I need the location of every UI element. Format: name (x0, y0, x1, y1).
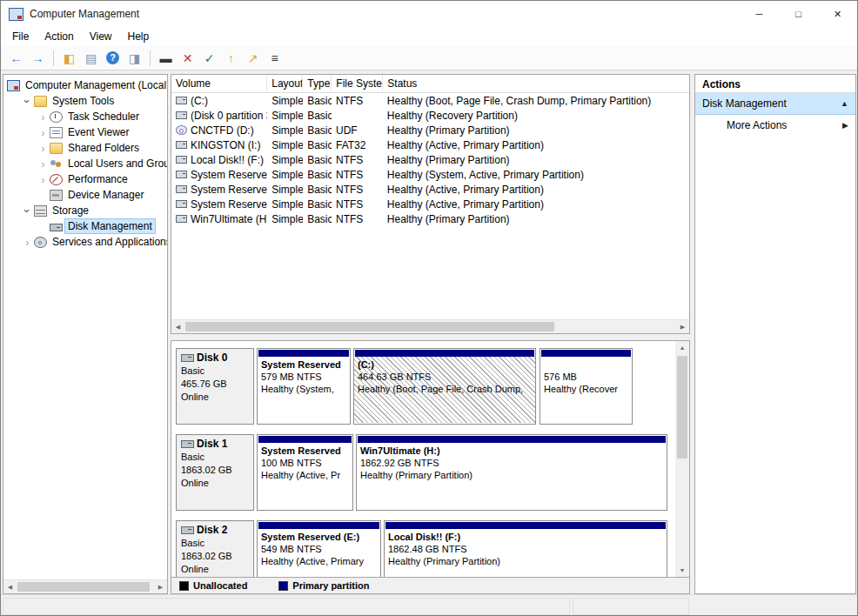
tree-item-task-scheduler[interactable]: Task Scheduler (3, 109, 167, 124)
volume-row[interactable]: System Reserved Simple Basic NTFS Health… (171, 167, 689, 182)
column-header-status[interactable]: Status (383, 75, 689, 92)
status-bar (1, 594, 857, 616)
scroll-right-icon[interactable]: ▶ (154, 580, 167, 593)
chevron-right-icon[interactable] (37, 174, 49, 185)
disk-state: Online (181, 477, 249, 490)
delete-volume-button[interactable]: ✕ (178, 49, 198, 68)
chevron-right-icon[interactable] (37, 158, 49, 170)
tree-item-system-tools[interactable]: System Tools (3, 93, 167, 109)
partition-size: 549 MB NTFS (261, 543, 377, 555)
partition-system-reserved-disk0[interactable]: System Reserved 579 MB NTFS Healthy (Sys… (257, 348, 351, 425)
disk-type: Basic (181, 451, 249, 464)
show-console-tree-icon: ◧ (64, 52, 75, 64)
scroll-down-icon[interactable]: ▼ (675, 564, 689, 577)
chevron-right-icon[interactable] (37, 143, 49, 154)
chevron-right-icon[interactable] (37, 127, 49, 138)
tree-item-shared-folders[interactable]: Shared Folders (3, 140, 167, 156)
show-action-pane-button[interactable]: ◨ (124, 49, 144, 68)
back-button[interactable]: ← (6, 49, 26, 68)
volume-row[interactable]: System Reserved (G:) Simple Basic NTFS H… (171, 197, 689, 211)
chevron-right-icon[interactable] (37, 111, 49, 123)
tree-item-device-manager[interactable]: Device Manager (3, 187, 167, 203)
volume-name: Win7Ultimate (H:) (191, 213, 267, 225)
partition-c-disk0[interactable]: (C:) 464.63 GB NTFS Healthy (Boot, Page … (353, 348, 536, 425)
scroll-right-icon[interactable]: ▶ (676, 320, 689, 333)
menu-help[interactable]: Help (120, 28, 158, 45)
chevron-down-icon[interactable] (22, 205, 33, 217)
chevron-right-icon[interactable] (22, 237, 33, 248)
tree-item-services-applications[interactable]: Services and Applications (3, 234, 167, 250)
tree-item-computer-management[interactable]: Computer Management (Local (3, 77, 167, 93)
partition-win7ultimate-disk1[interactable]: Win7Ultimate (H:) 1862.92 GB NTFS Health… (356, 434, 667, 511)
callout-button[interactable]: ▬ (156, 49, 176, 68)
partition-recovery-disk0[interactable]: 576 MB Healthy (Recover (540, 348, 633, 425)
disk-info-1[interactable]: Disk 1 Basic 1863.02 GB Online (176, 434, 254, 511)
column-header-volume[interactable]: Volume (171, 75, 267, 92)
volume-name: System Reserved (E:) (191, 184, 267, 196)
chevron-placeholder (37, 221, 49, 232)
partition-color-bar (258, 522, 379, 529)
chevron-down-icon[interactable] (22, 96, 33, 107)
scrollbar-thumb[interactable] (17, 582, 150, 592)
minimize-button[interactable]: ─ (740, 1, 779, 27)
event-log-icon (50, 127, 63, 138)
menu-view[interactable]: View (82, 28, 120, 45)
tree-item-local-users-groups[interactable]: Local Users and Groups (3, 156, 167, 171)
disk-panel-vertical-scrollbar[interactable]: ▲ ▼ (675, 341, 689, 577)
tree-item-event-viewer[interactable]: Event Viewer (3, 124, 167, 140)
mark-active-button[interactable]: ✓ (199, 49, 219, 68)
column-header-file-system[interactable]: File System (332, 75, 383, 92)
volume-list-horizontal-scrollbar[interactable]: ◀ ▶ (171, 319, 689, 333)
volume-icon (176, 185, 187, 193)
export-list-button[interactable]: ▤ (81, 49, 101, 68)
scroll-left-icon[interactable]: ◀ (3, 580, 17, 593)
maximize-icon: □ (795, 9, 801, 19)
volume-row[interactable]: (C:) Simple Basic NTFS Healthy (Boot, Pa… (171, 93, 689, 108)
help-button[interactable]: ? (103, 49, 123, 68)
tree-label: Event Viewer (65, 125, 131, 139)
column-header-type[interactable]: Type (303, 75, 332, 92)
volume-row[interactable]: System Reserved (E:) Simple Basic NTFS H… (171, 182, 689, 197)
tree-item-disk-management[interactable]: Disk Management (3, 218, 167, 234)
show-console-tree-button[interactable]: ◧ (59, 49, 79, 68)
partition-system-reserved-disk1[interactable]: System Reserved 100 MB NTFS Healthy (Act… (257, 434, 353, 511)
tree-horizontal-scrollbar[interactable]: ◀ ▶ (3, 579, 167, 593)
open-button[interactable]: ↗ (243, 49, 263, 68)
tree-item-storage[interactable]: Storage (3, 203, 167, 218)
disk-info-0[interactable]: Disk 0 Basic 465.76 GB Online (176, 348, 254, 425)
properties-button[interactable]: ≡ (265, 49, 285, 68)
volume-layout: Simple (267, 124, 303, 137)
volume-row[interactable]: Local Disk!! (F:) Simple Basic NTFS Heal… (171, 152, 689, 167)
scrollbar-thumb[interactable] (185, 322, 554, 331)
callout-icon: ▬ (160, 52, 172, 64)
menu-file[interactable]: File (4, 28, 37, 45)
legend-label: Unallocated (193, 580, 247, 591)
more-actions-chevron-icon[interactable]: ▶ (842, 121, 848, 130)
collapse-chevron-icon[interactable]: ▲ (841, 99, 848, 108)
forward-button[interactable]: → (28, 49, 48, 68)
partition-size: 576 MB (544, 371, 628, 383)
toolbar-separator (150, 50, 151, 66)
tree-item-performance[interactable]: Performance (3, 171, 167, 187)
tree-label: Storage (50, 204, 91, 218)
partition-legend: Unallocated Primary partition (171, 577, 689, 593)
actions-item-disk-management[interactable]: Disk Management ▲ (695, 93, 855, 115)
volume-row[interactable]: KINGSTON (I:) Simple Basic FAT32 Healthy… (171, 137, 689, 152)
menu-action[interactable]: Action (37, 28, 81, 45)
volume-row[interactable]: Win7Ultimate (H:) Simple Basic NTFS Heal… (171, 211, 689, 226)
maximize-button[interactable]: □ (779, 1, 818, 27)
scroll-left-icon[interactable]: ◀ (171, 320, 184, 333)
scroll-up-icon[interactable]: ▲ (675, 341, 689, 354)
disk-drive-icon (181, 526, 194, 534)
up-level-button[interactable]: ↑ (221, 49, 241, 68)
actions-item-more-actions[interactable]: More Actions ▶ (695, 115, 855, 136)
column-header-layout[interactable]: Layout (267, 75, 303, 92)
volume-row[interactable]: (Disk 0 partition 3) Simple Basic Health… (171, 108, 689, 123)
volume-row[interactable]: CNCTFD (D:) Simple Basic UDF Healthy (Pr… (171, 123, 689, 137)
legend-unallocated: Unallocated (179, 580, 247, 591)
status-segment (573, 598, 689, 615)
close-button[interactable]: ✕ (818, 1, 857, 27)
scrollbar-thumb[interactable] (677, 356, 687, 459)
toolbar: ← → ◧ ▤ ? ◨ ▬ ✕ ✓ ↑ ↗ ≡ (1, 46, 857, 70)
console-tree-panel: Computer Management (Local System Tools … (3, 74, 168, 594)
